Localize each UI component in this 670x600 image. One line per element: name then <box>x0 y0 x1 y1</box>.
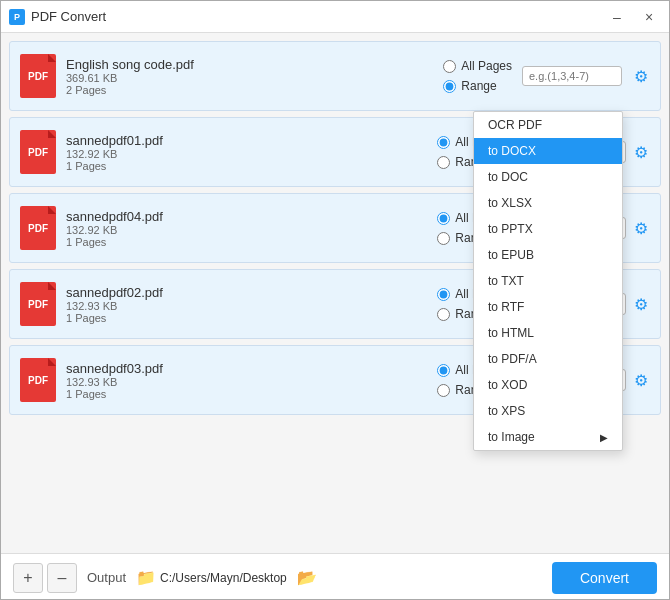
gear-button[interactable]: ⚙ <box>632 217 650 240</box>
dropdown-item[interactable]: to Image▶ <box>474 424 622 450</box>
pdf-icon: PDF <box>20 54 56 98</box>
output-path: C:/Users/Mayn/Desktop <box>160 571 287 585</box>
folder-icon: 📁 <box>136 568 156 587</box>
dropdown-item-label: to PPTX <box>488 222 533 236</box>
file-size: 132.92 KB <box>66 224 417 236</box>
file-list: PDFEnglish song code.pdf369.61 KB2 Pages… <box>1 33 669 553</box>
dropdown-item-label: to DOC <box>488 170 528 184</box>
file-info: sannedpdf02.pdf132.93 KB1 Pages <box>66 285 417 324</box>
gear-button[interactable]: ⚙ <box>632 293 650 316</box>
dropdown-item-label: to EPUB <box>488 248 534 262</box>
dropdown-item-label: to HTML <box>488 326 534 340</box>
add-button[interactable]: + <box>13 563 43 593</box>
file-pages: 1 Pages <box>66 388 417 400</box>
dropdown-item[interactable]: to TXT <box>474 268 622 294</box>
file-info: sannedpdf01.pdf132.92 KB1 Pages <box>66 133 417 172</box>
dropdown-item[interactable]: to XPS <box>474 398 622 424</box>
dropdown-item-label: to PDF/A <box>488 352 537 366</box>
dropdown-item-label: to XPS <box>488 404 525 418</box>
file-info: English song code.pdf369.61 KB2 Pages <box>66 57 423 96</box>
range-radio[interactable] <box>443 80 456 93</box>
pdf-icon: PDF <box>20 130 56 174</box>
dropdown-item[interactable]: to XOD <box>474 372 622 398</box>
title-bar-left: P PDF Convert <box>9 9 106 25</box>
gear-button[interactable]: ⚙ <box>632 141 650 164</box>
close-button[interactable]: × <box>637 5 661 29</box>
output-path-container: 📁 C:/Users/Mayn/Desktop <box>136 568 287 587</box>
dropdown-item[interactable]: to EPUB <box>474 242 622 268</box>
minimize-button[interactable]: – <box>605 5 629 29</box>
file-size: 132.93 KB <box>66 300 417 312</box>
file-row-wrapper: PDFEnglish song code.pdf369.61 KB2 Pages… <box>9 41 661 111</box>
file-pages: 1 Pages <box>66 160 417 172</box>
convert-button[interactable]: Convert <box>552 562 657 594</box>
all-pages-radio[interactable] <box>437 288 450 301</box>
row-right: ⚙ <box>632 65 650 88</box>
radio-group: All Pages Range <box>443 59 512 93</box>
all-pages-radio[interactable] <box>443 60 456 73</box>
pdf-icon: PDF <box>20 358 56 402</box>
file-name: sannedpdf03.pdf <box>66 361 417 376</box>
range-input[interactable] <box>522 66 622 86</box>
file-name: sannedpdf04.pdf <box>66 209 417 224</box>
file-info: sannedpdf04.pdf132.92 KB1 Pages <box>66 209 417 248</box>
dropdown-item[interactable]: to DOCX <box>474 138 622 164</box>
dropdown-item-label: to RTF <box>488 300 524 314</box>
file-pages: 1 Pages <box>66 236 417 248</box>
dropdown-item-label: to XLSX <box>488 196 532 210</box>
range-radio[interactable] <box>437 384 450 397</box>
all-pages-radio[interactable] <box>437 364 450 377</box>
file-pages: 1 Pages <box>66 312 417 324</box>
file-name: sannedpdf02.pdf <box>66 285 417 300</box>
file-size: 132.93 KB <box>66 376 417 388</box>
range-radio[interactable] <box>437 232 450 245</box>
dropdown-item-label: to XOD <box>488 378 527 392</box>
range-radio[interactable] <box>437 156 450 169</box>
file-name: English song code.pdf <box>66 57 423 72</box>
range-radio[interactable] <box>437 308 450 321</box>
title-bar-controls: – × <box>605 5 661 29</box>
all-pages-radio[interactable] <box>437 136 450 149</box>
file-size: 369.61 KB <box>66 72 423 84</box>
dropdown-item[interactable]: OCR PDF <box>474 112 622 138</box>
format-dropdown-menu: OCR PDFto DOCXto DOCto XLSXto PPTXto EPU… <box>473 111 623 451</box>
title-bar: P PDF Convert – × <box>1 1 669 33</box>
submenu-arrow-icon: ▶ <box>600 432 608 443</box>
pdf-icon: PDF <box>20 206 56 250</box>
file-name: sannedpdf01.pdf <box>66 133 417 148</box>
file-size: 132.92 KB <box>66 148 417 160</box>
output-label: Output <box>87 570 126 585</box>
dropdown-item-label: to Image <box>488 430 535 444</box>
remove-button[interactable]: – <box>47 563 77 593</box>
pdf-icon: PDF <box>20 282 56 326</box>
dropdown-item[interactable]: to HTML <box>474 320 622 346</box>
dropdown-item-label: to DOCX <box>488 144 536 158</box>
file-row: PDFEnglish song code.pdf369.61 KB2 Pages… <box>9 41 661 111</box>
browse-button[interactable]: 📂 <box>297 568 317 587</box>
dropdown-item[interactable]: to XLSX <box>474 190 622 216</box>
file-pages: 2 Pages <box>66 84 423 96</box>
all-pages-radio[interactable] <box>437 212 450 225</box>
range-label[interactable]: Range <box>443 79 512 93</box>
bottom-bar: + – Output 📁 C:/Users/Mayn/Desktop 📂 Con… <box>1 553 669 600</box>
dropdown-item[interactable]: to PPTX <box>474 216 622 242</box>
dropdown-item-label: OCR PDF <box>488 118 542 132</box>
dropdown-item[interactable]: to RTF <box>474 294 622 320</box>
dropdown-item[interactable]: to PDF/A <box>474 346 622 372</box>
dropdown-item[interactable]: to DOC <box>474 164 622 190</box>
gear-button[interactable]: ⚙ <box>632 369 650 392</box>
app-icon: P <box>9 9 25 25</box>
file-info: sannedpdf03.pdf132.93 KB1 Pages <box>66 361 417 400</box>
dropdown-item-label: to TXT <box>488 274 524 288</box>
gear-button[interactable]: ⚙ <box>632 65 650 88</box>
app-title: PDF Convert <box>31 9 106 24</box>
add-remove-group: + – <box>13 563 77 593</box>
all-pages-label[interactable]: All Pages <box>443 59 512 73</box>
